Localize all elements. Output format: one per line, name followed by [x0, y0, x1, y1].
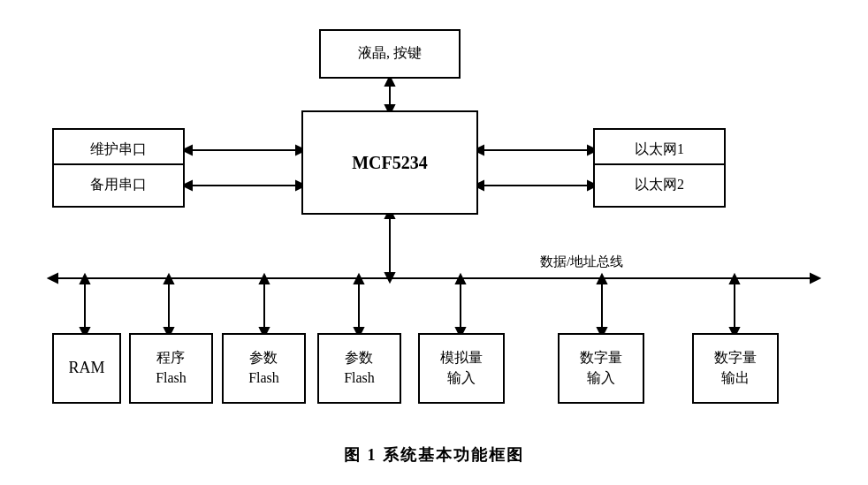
svg-marker-16: [49, 274, 57, 283]
ram-label: RAM: [68, 357, 104, 379]
bus-label: 数据/地址总线: [540, 254, 623, 270]
mcf-box: MCF5234: [301, 110, 478, 215]
svg-marker-22: [80, 275, 89, 284]
mcf-label: MCF5234: [352, 150, 428, 175]
flash2-box: 参数Flash: [222, 333, 306, 404]
serial2-label: 备用串口: [90, 175, 147, 194]
svg-marker-31: [354, 275, 363, 284]
flash3-label: 参数Flash: [344, 348, 375, 388]
eth1-label: 以太网1: [635, 140, 684, 159]
svg-marker-17: [811, 274, 819, 283]
arrows-svg: [27, 13, 841, 473]
digital-out-label: 数字量输出: [714, 348, 757, 388]
flash2-label: 参数Flash: [248, 348, 279, 388]
serial2-box: 备用串口: [52, 163, 185, 208]
analog-label: 模拟量输入: [440, 348, 483, 388]
digital-out-box: 数字量输出: [692, 333, 779, 404]
svg-marker-25: [164, 275, 173, 284]
eth2-label: 以太网2: [635, 175, 684, 194]
flash1-label: 程序Flash: [156, 348, 187, 388]
lcd-box: 液晶, 按键: [319, 29, 461, 79]
svg-marker-20: [385, 273, 394, 282]
svg-marker-34: [456, 275, 465, 284]
flash1-box: 程序Flash: [129, 333, 213, 404]
flash3-box: 参数Flash: [317, 333, 401, 404]
svg-marker-28: [260, 275, 269, 284]
svg-marker-40: [730, 275, 739, 284]
serial1-label: 维护串口: [90, 140, 147, 159]
eth2-box: 以太网2: [593, 163, 726, 208]
ram-box: RAM: [52, 333, 121, 404]
diagram-caption: 图 1 系统基本功能框图: [27, 444, 841, 466]
analog-box: 模拟量输入: [418, 333, 505, 404]
digital-in-label: 数字量输入: [580, 348, 622, 388]
svg-marker-37: [598, 275, 606, 284]
digital-in-box: 数字量输入: [558, 333, 644, 404]
diagram: 液晶, 按键 MCF5234 维护串口 备用串口 以太网1 以太网2 数据/地址…: [27, 13, 841, 473]
lcd-label: 液晶, 按键: [358, 43, 422, 63]
